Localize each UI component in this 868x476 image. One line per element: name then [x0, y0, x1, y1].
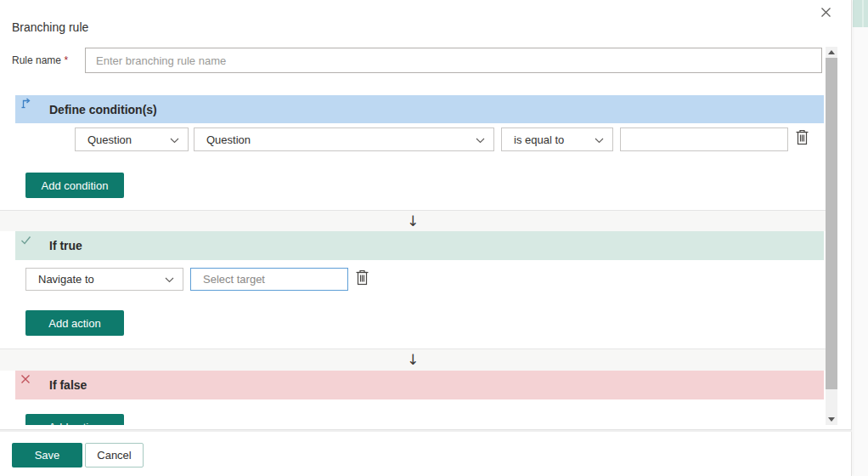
trash-icon	[355, 269, 369, 288]
section-divider: ↓	[0, 348, 826, 371]
branching-rule-dialog: Branching rule Rule name * Define condit…	[0, 0, 852, 476]
define-conditions-title: Define condition(s)	[49, 103, 157, 116]
condition-question-select[interactable]: Question	[194, 128, 494, 151]
dialog-title: Branching rule	[12, 20, 88, 34]
if-true-header: If true	[15, 231, 824, 260]
page-header-strip	[853, 0, 868, 27]
scrollbar[interactable]	[826, 47, 837, 425]
close-icon	[820, 7, 831, 20]
condition-value-input[interactable]	[620, 128, 788, 151]
scroll-down-button[interactable]	[826, 414, 837, 425]
dialog-scroll-area: Rule name * Define condition(s) Question…	[0, 42, 826, 425]
close-button[interactable]	[815, 3, 836, 24]
rule-name-input[interactable]	[85, 48, 822, 73]
add-action-button-false[interactable]: Add action	[25, 414, 124, 425]
define-conditions-header: Define condition(s)	[15, 95, 824, 123]
add-condition-button[interactable]: Add condition	[25, 173, 124, 198]
footer-divider	[0, 429, 852, 432]
add-action-button-true[interactable]: Add action	[25, 310, 124, 336]
cross-icon	[20, 372, 31, 388]
if-false-header: If false	[15, 371, 824, 400]
scroll-up-button[interactable]	[826, 47, 837, 58]
true-action-select[interactable]: Navigate to	[25, 268, 183, 291]
condition-operator-select[interactable]: is equal to	[501, 128, 613, 151]
rule-name-label: Rule name *	[12, 54, 68, 66]
trash-icon	[795, 129, 809, 148]
required-asterisk: *	[64, 54, 68, 66]
select-target-field[interactable]: Select target	[190, 268, 348, 291]
chevron-down-icon	[476, 133, 485, 146]
chevron-down-icon	[595, 133, 604, 146]
page-background-strip	[853, 0, 868, 476]
checkmark-icon	[20, 233, 31, 248]
scroll-down-icon	[828, 417, 835, 422]
section-divider: ↓	[0, 210, 826, 231]
save-button[interactable]: Save	[12, 443, 82, 468]
delete-condition-button[interactable]	[792, 128, 811, 149]
scroll-up-icon	[828, 50, 835, 54]
condition-type-select[interactable]: Question	[75, 128, 189, 151]
if-true-title: If true	[49, 239, 82, 252]
chevron-down-icon	[165, 273, 174, 286]
chevron-down-icon	[170, 133, 179, 146]
down-arrow-icon: ↓	[407, 353, 419, 367]
down-arrow-icon: ↓	[407, 214, 419, 229]
delete-action-button[interactable]	[352, 269, 371, 289]
if-false-title: If false	[49, 378, 87, 392]
branch-icon	[20, 97, 32, 112]
cancel-button[interactable]: Cancel	[85, 443, 144, 468]
scrollbar-thumb[interactable]	[826, 58, 837, 389]
